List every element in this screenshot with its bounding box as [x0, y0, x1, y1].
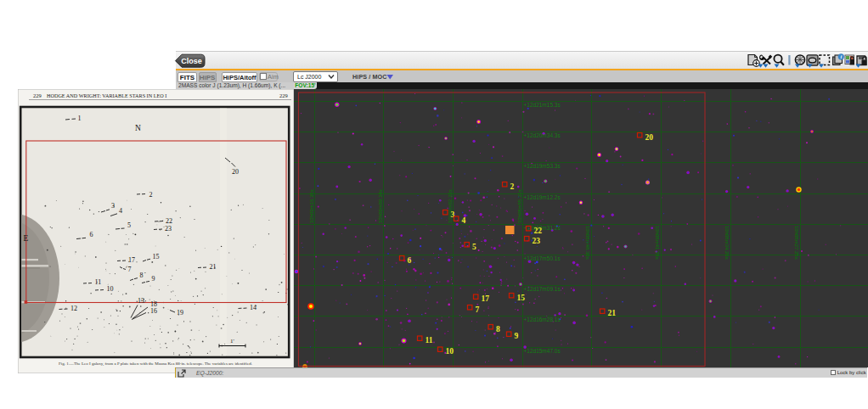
svg-text:19: 19 [177, 309, 183, 317]
svg-text:6: 6 [408, 256, 412, 265]
svg-text:7: 7 [128, 266, 132, 273]
svg-text:1: 1 [78, 115, 82, 122]
svg-text:N: N [135, 124, 141, 132]
svg-text:E: E [24, 234, 29, 243]
svg-text:22: 22 [166, 217, 172, 225]
svg-text:1': 1' [230, 338, 234, 345]
svg-text:10h08m27.25s: 10h08m27.25s [794, 226, 799, 260]
svg-text:+12d15m47.0s: +12d15m47.0s [524, 348, 561, 354]
svg-text:10h09m09.34s: 10h09m09.34s [378, 189, 383, 223]
svg-text:+12d20m34.3s: +12d20m34.3s [524, 132, 561, 138]
svg-text:11: 11 [95, 278, 102, 286]
svg-text:12: 12 [70, 305, 77, 312]
svg-text:10h09m16.36s: 10h09m16.36s [309, 189, 314, 223]
svg-text:21: 21 [608, 309, 617, 317]
svg-text:23: 23 [165, 225, 172, 233]
svg-text:5: 5 [472, 243, 476, 251]
svg-text:21: 21 [210, 263, 217, 271]
svg-text:15: 15 [517, 294, 526, 302]
svg-text:9: 9 [515, 332, 519, 340]
svg-text:23: 23 [533, 237, 541, 245]
svg-text:16: 16 [150, 307, 157, 315]
svg-text:10h08m41.28s: 10h08m41.28s [655, 226, 660, 260]
svg-text:4: 4 [462, 216, 466, 225]
svg-text:10h08m34.26s: 10h08m34.26s [724, 226, 730, 260]
svg-text:+12d18m31.2s: +12d18m31.2s [524, 225, 561, 231]
svg-text:2: 2 [149, 191, 153, 199]
svg-text:22: 22 [534, 227, 543, 235]
svg-text:7: 7 [476, 305, 480, 314]
svg-text:+12d17m09.1s: +12d17m09.1s [524, 286, 561, 292]
svg-text:HODGE AND WRIGHT: VARIABLE STA: HODGE AND WRIGHT: VARIABLE STARS IN LEO … [47, 92, 166, 98]
svg-text:15: 15 [153, 253, 160, 261]
svg-text:9: 9 [152, 275, 155, 283]
svg-text:8: 8 [496, 325, 500, 333]
svg-text:3: 3 [111, 202, 115, 210]
svg-text:10: 10 [107, 285, 114, 293]
svg-text:+12d19m53.3s: +12d19m53.3s [524, 163, 561, 169]
svg-text:17: 17 [128, 256, 135, 264]
svg-text:8: 8 [140, 272, 144, 279]
svg-text:2: 2 [510, 182, 515, 191]
svg-text:17: 17 [482, 294, 490, 303]
svg-text:20: 20 [645, 133, 654, 142]
svg-text:10h08m55.31s: 10h08m55.31s [517, 189, 522, 223]
svg-text:229: 229 [279, 92, 288, 98]
svg-text:13: 13 [138, 297, 144, 305]
svg-text:+12d17m50.1s: +12d17m50.1s [524, 255, 561, 261]
svg-text:14: 14 [250, 304, 256, 311]
svg-text:+12d19m12.2s: +12d19m12.2s [524, 194, 561, 200]
svg-text:i: i [840, 53, 842, 59]
svg-text:6: 6 [90, 231, 93, 238]
svg-text:229: 229 [33, 92, 42, 98]
svg-text:11: 11 [426, 336, 433, 345]
svg-text:+12d21m15.3s: +12d21m15.3s [524, 102, 561, 108]
svg-text:10: 10 [446, 347, 454, 356]
svg-text:5: 5 [127, 221, 131, 229]
svg-text:Close: Close [181, 57, 202, 65]
svg-text:4: 4 [119, 207, 122, 215]
svg-text:20: 20 [232, 168, 239, 176]
svg-text:10h08m48.30s: 10h08m48.30s [585, 226, 590, 260]
svg-text:+12d16m28.1s: +12d16m28.1s [524, 317, 561, 322]
